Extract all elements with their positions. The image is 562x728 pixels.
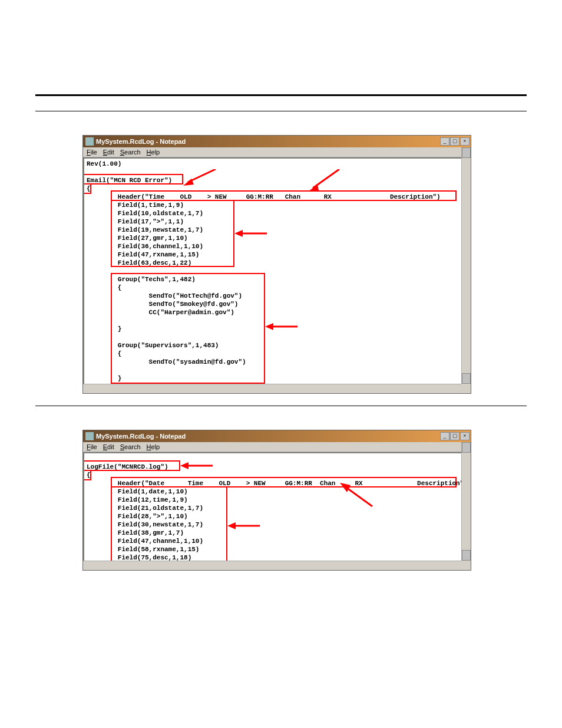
- arrow-groups: [265, 322, 300, 331]
- titlebar: MySystem.RcdLog - Notepad _ ▢ ×: [83, 430, 471, 442]
- redbox-fields: [111, 486, 227, 562]
- menubar: File Edit Search Help: [83, 442, 471, 452]
- arrow-header: [340, 483, 375, 509]
- svg-marker-5: [234, 230, 243, 237]
- redbox-groups: [111, 273, 265, 384]
- window-buttons: _ ▢ ×: [440, 137, 470, 146]
- arrow-fields: [234, 229, 270, 238]
- minimize-button[interactable]: _: [440, 432, 449, 440]
- scrollbar-corner: [461, 384, 471, 393]
- notepad-icon: [85, 137, 94, 146]
- text-area[interactable]: LogFile("MCNRCD.log") { Header("Date Tim…: [83, 452, 471, 570]
- arrow-logfile: [180, 462, 216, 470]
- svg-marker-13: [227, 522, 236, 529]
- notepad-icon: [85, 432, 94, 440]
- menu-search[interactable]: Search: [120, 149, 141, 156]
- arrow-email: [183, 169, 219, 187]
- window-title: MySystem.RcdLog - Notepad: [96, 433, 186, 440]
- close-button[interactable]: ×: [460, 432, 470, 440]
- scrollbar-corner: [461, 561, 471, 570]
- top-rule: [35, 94, 527, 96]
- svg-line-10: [345, 486, 372, 506]
- window-title: MySystem.RcdLog - Notepad: [96, 138, 186, 145]
- svg-marker-7: [265, 323, 273, 330]
- redbox-brace: [83, 470, 91, 480]
- close-button[interactable]: ×: [460, 137, 470, 146]
- svg-marker-11: [340, 483, 351, 492]
- svg-marker-9: [180, 462, 189, 469]
- titlebar: MySystem.RcdLog - Notepad _ ▢ ×: [83, 136, 471, 147]
- svg-marker-3: [308, 185, 319, 192]
- menu-file[interactable]: File: [87, 443, 97, 450]
- menu-search[interactable]: Search: [120, 443, 141, 450]
- maximize-button[interactable]: ▢: [450, 137, 459, 146]
- second-rule: [35, 111, 527, 111]
- redbox-logfile: [83, 460, 180, 471]
- horizontal-scrollbar[interactable]: [83, 561, 461, 570]
- vertical-scrollbar[interactable]: [461, 442, 471, 561]
- arrow-fields: [227, 522, 263, 530]
- menu-help[interactable]: Help: [147, 149, 160, 156]
- middle-rule: [35, 406, 527, 406]
- notepad-window-2: MySystem.RcdLog - Notepad _ ▢ × File Edi…: [82, 430, 471, 571]
- redbox-fields: [111, 200, 234, 267]
- menu-edit[interactable]: Edit: [103, 443, 114, 450]
- menubar: File Edit Search Help: [83, 147, 471, 157]
- arrow-header: [307, 169, 342, 193]
- window-buttons: _ ▢ ×: [440, 432, 470, 440]
- redbox-email: [83, 174, 183, 185]
- menu-file[interactable]: File: [87, 149, 97, 156]
- maximize-button[interactable]: ▢: [450, 432, 459, 440]
- notepad-window-1: MySystem.RcdLog - Notepad _ ▢ × File Edi…: [82, 135, 471, 394]
- minimize-button[interactable]: _: [440, 137, 449, 146]
- menu-edit[interactable]: Edit: [103, 149, 114, 156]
- menu-help[interactable]: Help: [147, 443, 160, 450]
- vertical-scrollbar[interactable]: [461, 147, 471, 384]
- redbox-brace: [83, 183, 91, 194]
- horizontal-scrollbar[interactable]: [83, 384, 461, 393]
- text-area[interactable]: Rev(1.00) Email("MCN RCD Error") { Heade…: [83, 157, 471, 393]
